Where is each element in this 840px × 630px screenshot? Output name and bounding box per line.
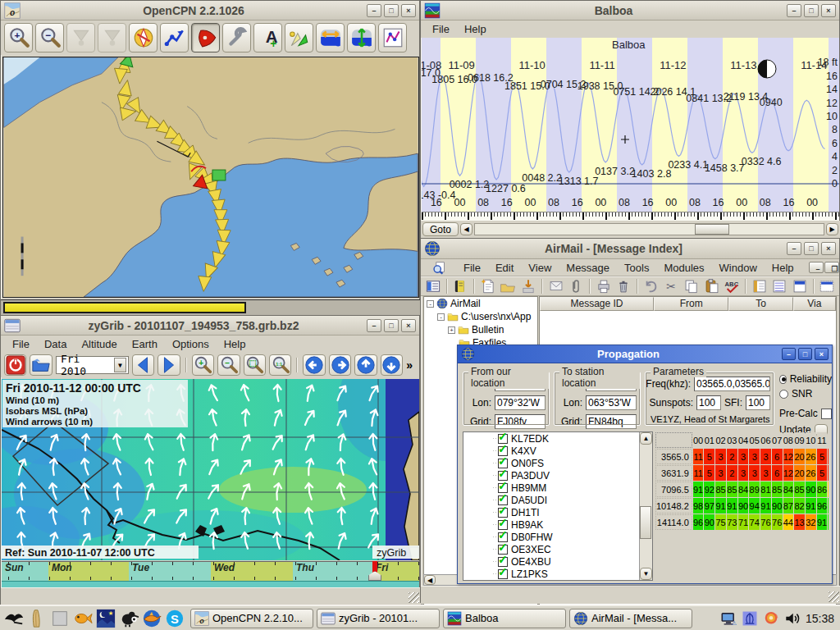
- airmail-scroll-left[interactable]: ◀: [424, 575, 436, 585]
- reliability-cell[interactable]: 87: [783, 498, 794, 514]
- copy-button[interactable]: [682, 278, 701, 294]
- reliability-cell[interactable]: 6: [772, 449, 783, 464]
- list-view-button[interactable]: [770, 278, 788, 294]
- minimize-button[interactable]: –: [367, 319, 381, 332]
- zoom-sel-map-button[interactable]: ⬚: [244, 354, 266, 376]
- timeline-day-thu[interactable]: Thu: [293, 561, 372, 581]
- minimize-button[interactable]: –: [787, 242, 801, 255]
- reliability-cell[interactable]: 5: [704, 465, 714, 481]
- ais-targets-button[interactable]: [129, 23, 158, 52]
- maximize-button[interactable]: □: [798, 348, 812, 360]
- zygrib-menu-earth[interactable]: Earth: [126, 336, 164, 352]
- open-mail-button[interactable]: [500, 278, 518, 294]
- reliability-cell[interactable]: 91: [760, 498, 771, 514]
- maximize-button[interactable]: □: [384, 4, 399, 17]
- reliability-radio[interactable]: [779, 375, 787, 384]
- reliability-cell[interactable]: 91: [806, 498, 816, 514]
- attach-button[interactable]: [567, 278, 585, 294]
- reliability-cell[interactable]: 20: [794, 465, 805, 481]
- cut-button[interactable]: ✂: [663, 278, 681, 294]
- propagation-grid[interactable]: 0001020304050607080910113565.01153233361…: [655, 431, 829, 543]
- reliability-cell[interactable]: 3: [749, 449, 760, 464]
- reliability-cell[interactable]: 5: [817, 449, 828, 464]
- tree-item-bulletin[interactable]: +Bulletin: [424, 323, 537, 336]
- reliability-cell[interactable]: 91: [817, 514, 828, 530]
- station-scroll-thumb[interactable]: [640, 506, 651, 539]
- station-row-oe4xbu[interactable]: OE4XBU: [463, 555, 652, 568]
- reliability-cell[interactable]: 82: [794, 498, 805, 514]
- reliability-cell[interactable]: 96: [817, 498, 828, 514]
- airmail-menu-edit[interactable]: Edit: [489, 260, 520, 276]
- taskbar-window-balboa[interactable]: Balboa: [443, 609, 566, 628]
- minimize-button[interactable]: –: [782, 348, 796, 360]
- propagation-titlebar[interactable]: Propagation –□×: [458, 345, 832, 363]
- reliability-cell[interactable]: 86: [817, 482, 828, 497]
- zygrib-menu-file[interactable]: File: [6, 336, 36, 352]
- station-scrollbar[interactable]: ▲ ▼: [639, 432, 652, 580]
- toolbar-overflow[interactable]: »: [406, 358, 416, 372]
- zygrib-menu-data[interactable]: Data: [38, 336, 73, 352]
- reliability-cell[interactable]: 85: [794, 482, 805, 497]
- minimize-button[interactable]: –: [367, 4, 381, 17]
- network-tray-icon[interactable]: [742, 610, 758, 627]
- color-wheel-tray-icon[interactable]: [763, 610, 779, 627]
- night-sky-launcher[interactable]: ★★: [94, 608, 116, 629]
- reliability-cell[interactable]: 3: [738, 449, 749, 464]
- mdi-child-icon[interactable]: [426, 258, 454, 276]
- zygrib-menu-help[interactable]: Help: [217, 336, 253, 352]
- volume-tray-icon[interactable]: [784, 610, 801, 627]
- own-ship-button[interactable]: [191, 23, 220, 52]
- column-header-to[interactable]: To: [728, 297, 792, 311]
- expand-icon[interactable]: +: [448, 326, 455, 334]
- freq-input[interactable]: 03565.0,03565.0#,0: [694, 377, 770, 391]
- taskbar-window-zygrib[interactable]: zyGrib - 20101...: [317, 609, 440, 628]
- resize-grip[interactable]: [409, 592, 419, 603]
- close-button[interactable]: ×: [401, 4, 416, 17]
- paste-button[interactable]: [703, 278, 721, 294]
- airmail-menu-message[interactable]: Message: [559, 260, 616, 276]
- reliability-cell[interactable]: 26: [806, 449, 816, 464]
- skype-launcher[interactable]: S: [163, 608, 185, 629]
- kiwi-launcher[interactable]: [117, 608, 139, 629]
- reliability-cell[interactable]: 91: [715, 498, 726, 514]
- taskbar-window-opencpn[interactable]: oOpenCPN 2.2.10...: [190, 609, 313, 628]
- station-row-db0fhw[interactable]: DB0FHW: [463, 531, 652, 543]
- reliability-cell[interactable]: 98: [693, 498, 704, 514]
- tide-scroll-left[interactable]: ◀: [460, 223, 472, 235]
- tide-chart[interactable]: 11-0811-0911-1011-1111-1211-1311-14Balbo…: [422, 38, 839, 212]
- reliability-cell[interactable]: 44: [783, 514, 794, 530]
- taskbar-window-airmail[interactable]: AirMail - [Messa...: [569, 609, 692, 628]
- close-button[interactable]: ×: [821, 4, 836, 17]
- reliability-cell[interactable]: 85: [715, 482, 726, 497]
- mob-button[interactable]: [285, 23, 313, 52]
- reliability-cell[interactable]: 26: [806, 465, 816, 481]
- grib-timeline[interactable]: SunMonTueWedThuFri: [2, 561, 419, 581]
- reliability-cell[interactable]: 71: [738, 514, 749, 530]
- reliability-cell[interactable]: 92: [704, 482, 714, 497]
- close-button[interactable]: ×: [821, 242, 836, 255]
- opencpn-titlebar[interactable]: o OpenCPN 2.2.1026 –□×: [1, 1, 419, 21]
- column-header-via[interactable]: Via: [793, 297, 836, 311]
- maximize-button[interactable]: □: [384, 319, 399, 332]
- maximize-button[interactable]: □: [804, 242, 819, 255]
- reliability-cell[interactable]: 74: [749, 514, 760, 530]
- station-row-hb9mm[interactable]: HB9MM: [463, 482, 652, 494]
- reliability-cell[interactable]: 81: [760, 482, 771, 497]
- precalc-checkbox[interactable]: [821, 409, 832, 419]
- close-button[interactable]: ×: [815, 348, 829, 360]
- reliability-cell[interactable]: 11: [693, 449, 704, 464]
- column-header-message-id[interactable]: Message ID: [540, 297, 654, 311]
- reliability-cell[interactable]: 85: [727, 482, 737, 497]
- opencpn-chart-bar[interactable]: [3, 302, 246, 313]
- station-row-k4xv[interactable]: K4XV: [463, 445, 652, 457]
- reliability-cell[interactable]: 3: [760, 449, 771, 464]
- reliability-cell[interactable]: 3: [749, 465, 760, 481]
- station-row-on0fs[interactable]: ON0FS: [463, 457, 652, 469]
- reliability-cell[interactable]: 76: [760, 514, 771, 530]
- minimize-button[interactable]: –: [787, 4, 801, 17]
- station-scroll-down[interactable]: ▼: [640, 568, 652, 580]
- settings-button[interactable]: [222, 23, 251, 52]
- tides-button[interactable]: [347, 23, 376, 52]
- get-mail-button[interactable]: [519, 278, 537, 294]
- station-row-kl7edk[interactable]: KL7EDK: [463, 432, 652, 445]
